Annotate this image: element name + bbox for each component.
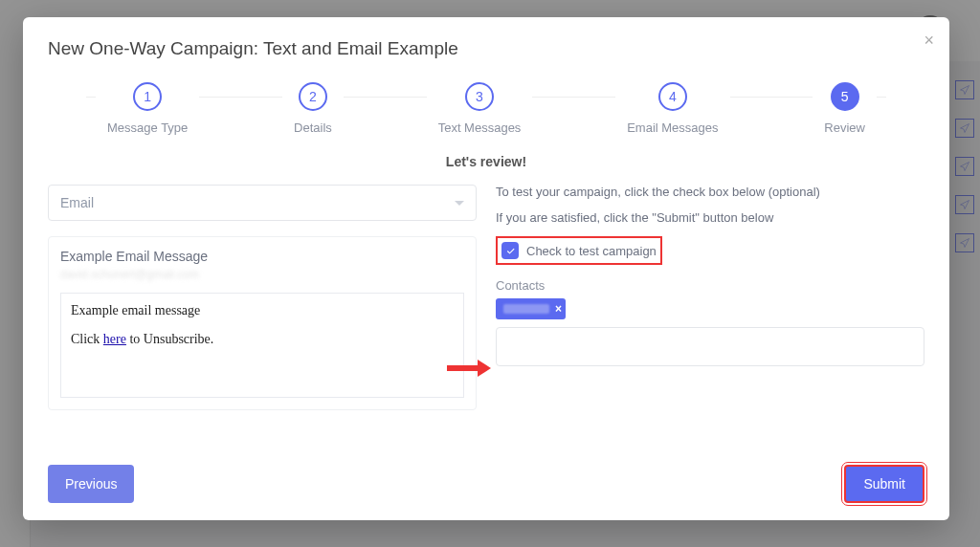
preview-line1: Example email message — [71, 303, 454, 318]
left-column: Email Example Email Message david.schone… — [48, 185, 477, 453]
modal-body: Email Example Email Message david.schone… — [48, 185, 924, 453]
step-review[interactable]: 5 Review — [813, 82, 877, 135]
stepper: 1 Message Type 2 Details 3 Text Messages… — [48, 82, 924, 135]
step-circle: 4 — [658, 82, 687, 111]
step-text-messages[interactable]: 3 Text Messages — [427, 82, 533, 135]
select-value: Email — [60, 195, 94, 210]
step-circle: 3 — [465, 82, 494, 111]
step-label: Message Type — [107, 120, 188, 135]
step-label: Details — [294, 120, 332, 135]
contact-chip-text-redacted — [503, 304, 549, 314]
step-circle: 1 — [133, 82, 162, 111]
instruction-line2: If you are satisfied, click the "Submit"… — [496, 210, 924, 225]
check-icon — [505, 246, 516, 256]
modal-title: New One-Way Campaign: Text and Email Exa… — [48, 38, 924, 59]
campaign-modal: × New One-Way Campaign: Text and Email E… — [23, 17, 949, 520]
right-column: To test your campaign, click the check b… — [496, 185, 924, 453]
modal-footer: Previous Submit — [48, 465, 924, 503]
message-type-select[interactable]: Email — [48, 185, 477, 221]
preview-card: Example Email Message david.schonert@gma… — [48, 236, 477, 410]
contact-chip: × — [496, 298, 566, 319]
test-campaign-row: Check to test campaign — [496, 236, 662, 265]
test-campaign-label: Check to test campaign — [526, 244, 657, 258]
previous-button[interactable]: Previous — [48, 465, 134, 503]
chip-remove-icon[interactable]: × — [555, 302, 562, 316]
preview-from-redacted: david.schonert@gmail.com — [60, 268, 464, 281]
step-label: Email Messages — [627, 120, 718, 135]
submit-button[interactable]: Submit — [844, 465, 924, 503]
close-icon: × — [924, 31, 934, 50]
preview-body: Example email message Click here to Unsu… — [60, 293, 464, 398]
step-message-type[interactable]: 1 Message Type — [96, 82, 199, 135]
step-circle: 5 — [831, 82, 859, 111]
instruction-line1: To test your campaign, click the check b… — [496, 185, 924, 199]
review-heading: Let's review! — [48, 154, 924, 169]
unsubscribe-link[interactable]: here — [103, 332, 126, 346]
step-details[interactable]: 2 Details — [282, 82, 344, 135]
contacts-input[interactable] — [496, 327, 924, 366]
preview-line2: Click here to Unsubscribe. — [71, 332, 454, 347]
preview-title: Example Email Message — [60, 249, 464, 264]
close-button[interactable]: × — [924, 31, 934, 51]
step-label: Text Messages — [438, 120, 522, 135]
step-email-messages[interactable]: 4 Email Messages — [615, 82, 729, 135]
test-campaign-checkbox[interactable] — [501, 242, 519, 259]
chevron-down-icon — [455, 201, 464, 206]
step-label: Review — [824, 120, 865, 135]
step-circle: 2 — [299, 82, 327, 111]
contacts-label: Contacts — [496, 278, 924, 293]
